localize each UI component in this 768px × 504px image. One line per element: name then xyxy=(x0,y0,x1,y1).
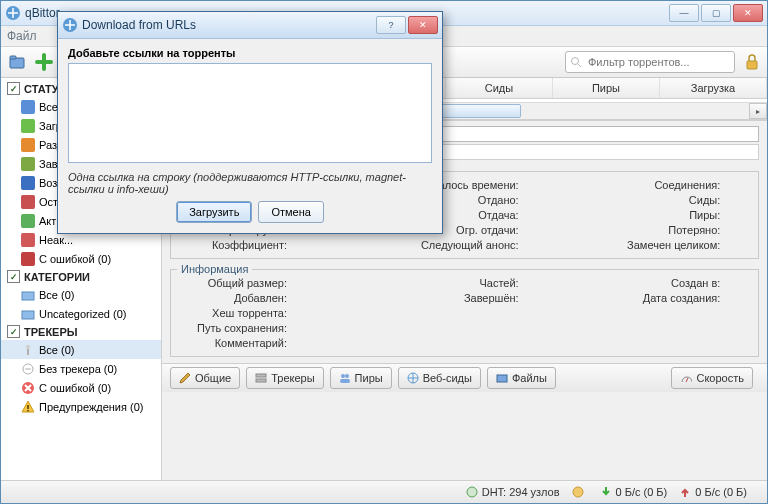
folder-plus-icon xyxy=(8,52,28,72)
col-download[interactable]: Загрузка xyxy=(660,78,767,98)
sidebar-trackers-header[interactable]: ✓ТРЕКЕРЫ xyxy=(1,323,161,340)
col-peers[interactable]: Пиры xyxy=(553,78,660,98)
status-network[interactable] xyxy=(572,486,588,498)
svg-rect-13 xyxy=(256,374,266,377)
svg-point-8 xyxy=(26,345,30,349)
folder-icon xyxy=(496,372,508,384)
cancel-button[interactable]: Отмена xyxy=(258,201,323,223)
menu-file[interactable]: Файл xyxy=(7,29,37,43)
sidebar-item-cat-1[interactable]: Uncategorized (0) xyxy=(1,304,161,323)
dht-icon xyxy=(466,486,478,498)
users-icon xyxy=(339,372,351,384)
filter-input[interactable] xyxy=(586,55,720,69)
svg-point-21 xyxy=(573,487,583,497)
globe-small-icon xyxy=(572,486,584,498)
sidebar-item-trk-0[interactable]: Все (0) xyxy=(1,340,161,359)
tab-speed[interactable]: Скорость xyxy=(671,367,753,389)
svg-rect-4 xyxy=(747,61,757,69)
sidebar-item-label: Неак... xyxy=(39,234,73,246)
dialog-close-button[interactable]: ✕ xyxy=(408,16,438,34)
sidebar-item-label: С ошибкой (0) xyxy=(39,382,111,394)
gauge-icon xyxy=(680,372,692,384)
svg-rect-12 xyxy=(27,410,29,412)
main-close-button[interactable]: ✕ xyxy=(733,4,763,22)
status-dot-icon xyxy=(21,119,35,133)
status-download[interactable]: 0 Б/с (0 Б) xyxy=(600,486,668,498)
tracker-status-icon xyxy=(21,343,35,357)
status-dot-icon xyxy=(21,233,35,247)
filter-search[interactable] xyxy=(565,51,735,73)
col-seeds[interactable]: Сиды xyxy=(446,78,553,98)
tab-trackers[interactable]: Трекеры xyxy=(246,367,323,389)
svg-point-3 xyxy=(572,58,579,65)
trackers-checkbox[interactable]: ✓ xyxy=(7,325,20,338)
scroll-right[interactable]: ▸ xyxy=(749,103,767,119)
svg-rect-17 xyxy=(340,379,350,383)
sidebar-item-cat-0[interactable]: Все (0) xyxy=(1,285,161,304)
search-icon xyxy=(570,56,582,68)
sidebar-item-label: С ошибкой (0) xyxy=(39,253,111,265)
status-dot-icon xyxy=(21,252,35,266)
sidebar-item-trk-2[interactable]: С ошибкой (0) xyxy=(1,378,161,397)
tab-webseeds[interactable]: Веб-сиды xyxy=(398,367,481,389)
status-dot-icon xyxy=(21,100,35,114)
status-checkbox[interactable]: ✓ xyxy=(7,82,20,95)
tab-peers[interactable]: Пиры xyxy=(330,367,392,389)
status-bar: DHT: 294 узлов 0 Б/с (0 Б) 0 Б/с (0 Б) xyxy=(1,480,767,503)
svg-rect-19 xyxy=(497,375,507,382)
svg-rect-14 xyxy=(256,379,266,382)
dialog-title: Download from URLs xyxy=(82,18,376,32)
sidebar-categories-header[interactable]: ✓КАТЕГОРИИ xyxy=(1,268,161,285)
status-upload[interactable]: 0 Б/с (0 Б) xyxy=(679,486,747,498)
add-url-button[interactable] xyxy=(33,51,55,73)
urls-textarea[interactable] xyxy=(68,63,432,163)
download-urls-dialog: Download from URLs ? ✕ Добавьте ссылки н… xyxy=(57,11,443,234)
svg-rect-5 xyxy=(22,292,34,300)
main-window: qBittor — ▢ ✕ Файл ✓СТАТУС... Все (0)Заг… xyxy=(0,0,768,504)
main-minimize-button[interactable]: — xyxy=(669,4,699,22)
plus-icon xyxy=(34,52,54,72)
status-dht[interactable]: DHT: 294 узлов xyxy=(466,486,560,498)
dialog-help-button[interactable]: ? xyxy=(376,16,406,34)
svg-point-15 xyxy=(341,374,345,378)
tracker-status-icon xyxy=(21,381,35,395)
info-fieldset: Информация Общий размер: Добавлен: Хеш т… xyxy=(170,263,759,357)
dialog-titlebar[interactable]: Download from URLs ? ✕ xyxy=(58,12,442,39)
svg-rect-11 xyxy=(27,405,29,409)
app-icon xyxy=(5,5,21,21)
server-icon xyxy=(255,372,267,384)
svg-point-16 xyxy=(345,374,349,378)
pencil-icon xyxy=(179,372,191,384)
svg-point-20 xyxy=(467,487,477,497)
tracker-status-icon xyxy=(21,400,35,414)
tab-general[interactable]: Общие xyxy=(170,367,240,389)
svg-rect-6 xyxy=(22,311,34,319)
upload-icon xyxy=(679,486,691,498)
download-icon xyxy=(600,486,612,498)
categories-checkbox[interactable]: ✓ xyxy=(7,270,20,283)
sidebar-item-label: Все (0) xyxy=(39,344,74,356)
tab-files[interactable]: Файлы xyxy=(487,367,556,389)
app-icon xyxy=(62,17,78,33)
sidebar-item-label: Uncategorized (0) xyxy=(39,308,126,320)
lock-icon[interactable] xyxy=(743,53,761,71)
sidebar-item-label: Все (0) xyxy=(39,289,74,301)
status-dot-icon xyxy=(21,195,35,209)
detail-tabs: Общие Трекеры Пиры Веб-сиды Файлы Скорос… xyxy=(162,363,767,392)
sidebar-item-trk-1[interactable]: Без трекера (0) xyxy=(1,359,161,378)
status-dot-icon xyxy=(21,214,35,228)
status-dot-icon xyxy=(21,176,35,190)
status-dot-icon xyxy=(21,157,35,171)
sidebar-item-status-8[interactable]: С ошибкой (0) xyxy=(1,249,161,268)
sidebar-item-trk-3[interactable]: Предупреждения (0) xyxy=(1,397,161,416)
sidebar-item-label: Предупреждения (0) xyxy=(39,401,143,413)
status-dot-icon xyxy=(21,138,35,152)
add-torrent-file-button[interactable] xyxy=(7,51,29,73)
tracker-status-icon xyxy=(21,362,35,376)
dialog-label: Добавьте ссылки на торренты xyxy=(68,47,432,59)
download-button[interactable]: Загрузить xyxy=(176,201,252,223)
folder-icon xyxy=(21,307,35,321)
main-maximize-button[interactable]: ▢ xyxy=(701,4,731,22)
folder-icon xyxy=(21,288,35,302)
dialog-hint: Одна ссылка на строку (поддерживаются HT… xyxy=(68,171,432,195)
